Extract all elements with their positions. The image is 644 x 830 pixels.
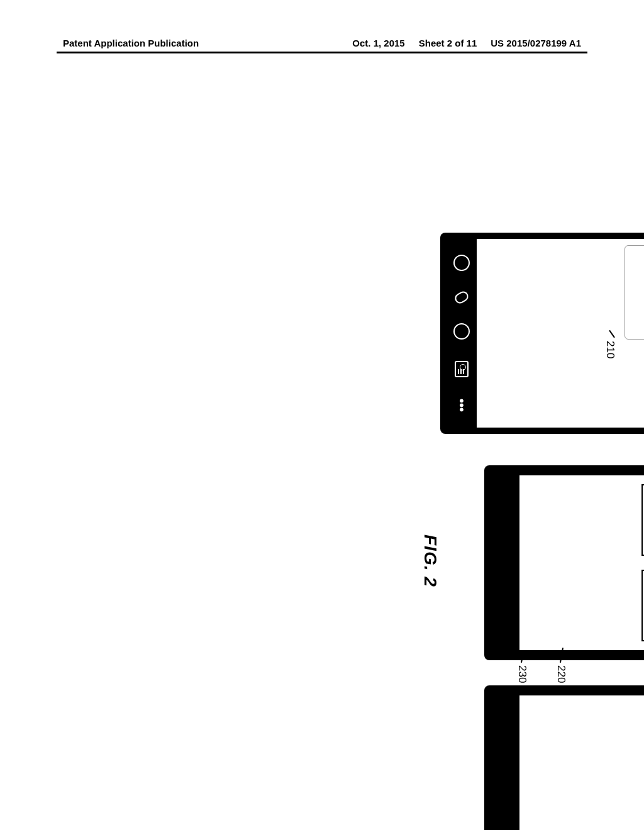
ref-230: 230 (516, 665, 528, 683)
more-icon[interactable]: ••• (455, 399, 468, 412)
header-pubno: US 2015/0278199 A1 (491, 38, 581, 48)
phone-assistant-done: 12:38 Great. I've added that to your cal… (484, 685, 644, 830)
ref-225: 225 (486, 468, 498, 486)
header-date: Oct. 1, 2015 (352, 38, 404, 48)
calendar-confirm-card: ADDING TO CALENDAR Meet for drinks and f… (519, 475, 644, 650)
voice-icon[interactable] (453, 255, 470, 271)
save-button[interactable]: save (641, 484, 644, 556)
attach-icon[interactable] (453, 289, 470, 305)
figure-area: 160 LTE 9:12 (195, 233, 644, 755)
header-divider (57, 52, 587, 53)
figure-content: 160 LTE 9:12 (402, 233, 644, 830)
nav-bar: ••• (447, 239, 477, 428)
header-sheet: Sheet 2 of 11 (419, 38, 477, 48)
page-header: Patent Application Publication Oct. 1, 2… (0, 38, 644, 48)
ref-210: 210 (604, 341, 616, 358)
contacts-icon[interactable] (455, 361, 469, 377)
outgoing-bubble-placeholder[interactable] (625, 245, 644, 340)
message-thread: What would you say to meeting for drinks… (625, 245, 644, 421)
phone-assistant-confirm: 12:38 I can add that your calendar. Look… (484, 465, 644, 660)
ref-220: 220 (555, 665, 567, 683)
header-right: Oct. 1, 2015 Sheet 2 of 11 US 2015/02781… (352, 38, 581, 48)
messaging-screen: What would you say to meeting for drinks… (477, 239, 644, 428)
phone-messaging: LTE 9:12 What would you say to meeting f… (440, 233, 644, 434)
soft-bar (491, 692, 519, 830)
button-row: save cancel (641, 484, 644, 641)
header-left: Patent Application Publication (63, 38, 199, 48)
cancel-button[interactable]: cancel (641, 570, 644, 641)
send-icon[interactable] (453, 323, 470, 340)
spacer (519, 695, 644, 830)
figure-caption: FIG. 2 (420, 534, 440, 587)
